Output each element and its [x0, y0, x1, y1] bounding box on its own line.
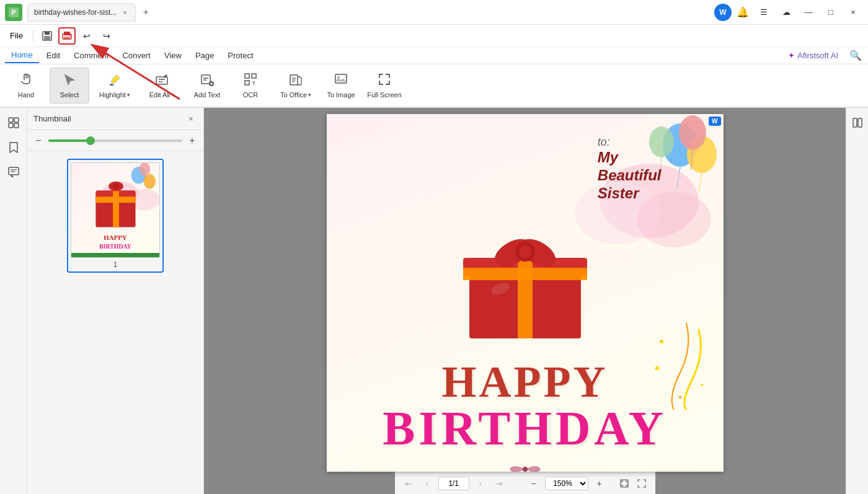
right-panel-icon[interactable]	[848, 113, 867, 133]
svg-rect-52	[71, 253, 159, 257]
file-menu-button[interactable]: File	[5, 29, 28, 42]
to-image-icon	[334, 73, 348, 89]
edit-all-label-row: Edit All ▾	[149, 91, 175, 99]
user-avatar[interactable]: W	[714, 4, 732, 21]
highlight-tool-button[interactable]: Highlight ▾	[93, 68, 136, 104]
undo-button[interactable]: ↩	[78, 27, 95, 45]
highlight-arrow-icon: ▾	[127, 92, 130, 98]
svg-rect-3	[45, 32, 50, 35]
thumbnail-close-button[interactable]: ×	[185, 113, 197, 125]
svg-rect-15	[202, 75, 210, 84]
hand-icon	[19, 73, 33, 89]
save-button[interactable]	[38, 27, 56, 45]
menu-edit[interactable]: Edit	[40, 48, 66, 63]
search-button[interactable]: 🔍	[848, 48, 863, 63]
hand-tool-button[interactable]: Hand	[6, 68, 46, 104]
to-office-icon	[289, 73, 303, 90]
svg-rect-34	[14, 123, 19, 128]
svg-rect-80	[858, 118, 862, 127]
settings-button[interactable]: ☰	[754, 4, 774, 21]
sidebar-comment-icon[interactable]	[4, 162, 24, 182]
zoom-in-button[interactable]: +	[186, 135, 198, 147]
svg-rect-4	[44, 36, 50, 40]
thumbnail-page-number: 1	[113, 260, 118, 269]
to-office-arrow-icon: ▾	[308, 92, 311, 98]
pdf-page: to: My Beautiful Sister	[327, 114, 724, 472]
nav-last-button[interactable]: ⇥	[492, 476, 507, 491]
tab-close-button[interactable]: ×	[120, 8, 129, 17]
menu-bar: Home Edit Comment Convert View Page Prot…	[0, 47, 868, 64]
to-name-line3: Sister	[598, 185, 662, 203]
to-office-label-row: To Office ▾	[280, 91, 311, 99]
maximize-button[interactable]: □	[821, 4, 841, 21]
full-screen-tool-button[interactable]: Full Screen	[365, 68, 404, 104]
zoom-out-button[interactable]: −	[32, 135, 45, 147]
gift-box-container	[451, 208, 600, 347]
svg-rect-71	[463, 268, 587, 280]
svg-rect-32	[14, 118, 19, 122]
card-content: to: My Beautiful Sister	[327, 114, 724, 472]
sidebar-thumbnail-icon[interactable]	[4, 113, 24, 133]
edit-all-tool-button[interactable]: Edit All ▾	[140, 68, 184, 104]
svg-point-49	[113, 183, 119, 190]
ocr-label: OCR	[243, 91, 258, 99]
fit-page-button[interactable]	[617, 476, 632, 491]
svg-point-65	[701, 384, 703, 386]
zoom-in-pdf-button[interactable]: +	[592, 476, 607, 491]
to-image-label: To Image	[327, 91, 355, 99]
close-button[interactable]: ×	[843, 4, 863, 21]
edit-all-icon	[155, 73, 169, 90]
menu-convert[interactable]: Convert	[116, 48, 157, 63]
pdf-viewer-area: to: My Beautiful Sister	[204, 108, 846, 494]
svg-rect-47	[95, 196, 135, 203]
svg-point-40	[143, 174, 156, 189]
thumbnail-content: HAPPY BIRTHDAY 1	[27, 151, 203, 494]
print-button[interactable]	[58, 27, 76, 45]
thumbnail-page-1[interactable]: HAPPY BIRTHDAY 1	[67, 159, 164, 273]
select-tool-button[interactable]: Select	[50, 68, 89, 104]
right-sidebar	[846, 108, 868, 494]
sidebar-bookmark-icon[interactable]	[4, 138, 24, 157]
ai-assistant-button[interactable]: ✦ Afirstsoft AI	[782, 49, 844, 62]
menu-home[interactable]: Home	[5, 48, 39, 63]
fullscreen-button[interactable]	[634, 476, 649, 491]
svg-rect-31	[9, 118, 13, 122]
left-sidebar	[0, 108, 27, 494]
birthday-text: BIRTHDAY	[383, 404, 667, 452]
active-tab[interactable]: birthday-wishes-for-sist... ×	[27, 3, 136, 22]
zoom-out-pdf-button[interactable]: −	[526, 476, 541, 491]
menu-page[interactable]: Page	[189, 48, 220, 63]
svg-point-77	[523, 467, 528, 472]
notification-button[interactable]: 🔔	[734, 4, 751, 21]
nav-prev-button[interactable]: ‹	[420, 476, 435, 491]
zoom-level-select[interactable]: 150% 100% 75% 50%	[545, 477, 588, 490]
cloud-button[interactable]: ☁	[776, 4, 796, 21]
title-bar: P birthday-wishes-for-sist... × + W 🔔 ☰ …	[0, 0, 868, 25]
bottom-toolbar: ⇤ ‹ › ⇥ − 150% 100% 75% 50% +	[395, 472, 655, 494]
ocr-tool-button[interactable]: T OCR	[231, 68, 270, 104]
to-name-line2: Beautiful	[598, 167, 662, 185]
menu-protect[interactable]: Protect	[221, 48, 259, 63]
add-text-tool-button[interactable]: Add Text	[187, 68, 227, 104]
gift-box-svg	[451, 208, 600, 345]
new-tab-button[interactable]: +	[138, 5, 153, 20]
thumbnail-panel: Thumbnail × − +	[27, 108, 204, 494]
to-office-tool-button[interactable]: To Office ▾	[274, 68, 317, 104]
quick-access-toolbar: File ↩ ↪	[0, 25, 868, 47]
menu-view[interactable]: View	[158, 48, 188, 63]
page-number-input[interactable]	[438, 477, 469, 490]
card-to-section: to: My Beautiful Sister	[598, 136, 662, 202]
nav-next-button[interactable]: ›	[473, 476, 488, 491]
menu-comment[interactable]: Comment	[68, 48, 115, 63]
select-icon	[63, 73, 76, 89]
svg-point-8	[69, 35, 71, 36]
ribbon-toolbar: Hand Select Highlight ▾	[0, 64, 868, 108]
minimize-button[interactable]: —	[799, 4, 818, 21]
nav-first-button[interactable]: ⇤	[401, 476, 416, 491]
highlight-label-row: Highlight ▾	[99, 91, 130, 99]
svg-rect-70	[518, 252, 533, 338]
to-image-tool-button[interactable]: To Image	[321, 68, 361, 104]
redo-button[interactable]: ↪	[98, 27, 115, 45]
zoom-slider[interactable]	[48, 139, 182, 142]
tab-label: birthday-wishes-for-sist...	[34, 8, 117, 17]
